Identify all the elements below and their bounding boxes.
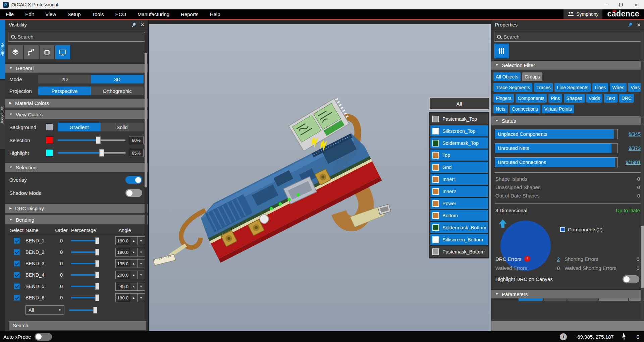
menu-eco[interactable]: ECO: [110, 9, 132, 19]
auto-xprobe-toggle[interactable]: [35, 333, 52, 341]
filter-chip-fingers[interactable]: Fingers: [493, 94, 514, 103]
symphony-button[interactable]: Symphony: [564, 9, 602, 19]
section-selection[interactable]: ▼ Selection: [5, 163, 148, 172]
background-color-swatch[interactable]: [46, 123, 53, 131]
info-icon[interactable]: i: [560, 333, 567, 340]
section-selection-filter[interactable]: ▼ Selection Filter: [491, 60, 644, 70]
mode-3d-button[interactable]: 3D: [91, 75, 144, 83]
overlay-toggle[interactable]: [125, 176, 142, 184]
solid-button[interactable]: Solid: [101, 123, 144, 131]
menu-setup[interactable]: Setup: [62, 9, 86, 19]
layer-row-pastemask-bottom[interactable]: Pastemask_Bottom: [430, 246, 488, 257]
filter-chip-traces[interactable]: Traces: [534, 83, 553, 92]
filter-chip-groups[interactable]: Groups: [522, 72, 542, 81]
filter-chip-nets[interactable]: Nets: [493, 105, 508, 113]
spin-up-icon[interactable]: ▲: [130, 282, 138, 291]
spin-up-icon[interactable]: ▲: [130, 248, 138, 256]
filter-chip-all-objects[interactable]: All Objects: [493, 72, 521, 81]
bend2-checkbox[interactable]: [14, 249, 20, 255]
menu-file[interactable]: File: [0, 9, 19, 19]
maximize-button[interactable]: [613, 0, 629, 9]
components-view-button[interactable]: [40, 45, 54, 59]
bend-angle-value[interactable]: 45.0: [115, 282, 130, 291]
layer-row-silkscreen-bottom[interactable]: Silkscreen_Bottom: [430, 234, 488, 245]
menu-tools[interactable]: Tools: [86, 9, 109, 19]
filter-chip-virtual-points[interactable]: Virtual Points: [542, 105, 574, 113]
filter-chip-lines[interactable]: Lines: [592, 83, 608, 92]
scrollbar-thumb[interactable]: [145, 53, 147, 187]
perspective-button[interactable]: Perspective: [38, 87, 91, 95]
unrouted-nets-link[interactable]: 9/373: [621, 146, 641, 151]
visibility-footer-search[interactable]: Search: [9, 321, 146, 330]
spin-up-icon[interactable]: ▲: [130, 236, 138, 245]
layers-view-button[interactable]: [8, 45, 23, 59]
minimize-button[interactable]: [598, 0, 613, 9]
filter-chip-text[interactable]: Text: [604, 94, 618, 103]
properties-hscroll-area[interactable]: [491, 321, 644, 331]
bend-angle-value[interactable]: 180.0: [115, 293, 130, 302]
mode-2d-button[interactable]: 2D: [38, 75, 91, 83]
properties-scrollbar[interactable]: [641, 32, 644, 320]
filter-chip-pins[interactable]: Pins: [548, 94, 562, 103]
section-status[interactable]: ▼ Status: [491, 116, 644, 125]
filter-chip-drc[interactable]: DRC: [619, 94, 634, 103]
bend5-checkbox[interactable]: [14, 283, 20, 289]
spin-down-icon[interactable]: ▼: [138, 248, 145, 256]
slider-thumb[interactable]: [96, 136, 101, 144]
side-tab-symphony[interactable]: Symphony: [0, 80, 5, 149]
selection-color-swatch[interactable]: [46, 136, 53, 144]
drc-errors-link[interactable]: 2: [546, 256, 560, 262]
spin-down-icon[interactable]: ▼: [138, 259, 145, 268]
filter-chip-vias[interactable]: Vias: [628, 83, 642, 92]
layer-row-bottom[interactable]: Bottom: [430, 210, 488, 221]
layer-row-soldermask-top[interactable]: Soldermask_Top: [430, 137, 488, 149]
layer-row-power[interactable]: Power: [430, 198, 488, 209]
display-view-button[interactable]: [55, 45, 70, 59]
filter-chip-wires[interactable]: Wires: [610, 83, 627, 92]
layer-row-pastemask-top[interactable]: Pastemask_Top: [430, 113, 488, 124]
highlight-drc-toggle[interactable]: [623, 275, 639, 283]
bend-percentage-slider[interactable]: [71, 274, 99, 276]
bend-all-slider[interactable]: [69, 309, 97, 311]
section-material-colors[interactable]: ▶ Material Colors: [5, 98, 148, 108]
spin-down-icon[interactable]: ▼: [138, 282, 145, 291]
menu-help[interactable]: Help: [204, 9, 226, 19]
bend-percentage-slider[interactable]: [71, 263, 99, 264]
layer-row-soldermask-bottom[interactable]: Soldermask_Bottom: [430, 222, 488, 233]
slider-thumb[interactable]: [99, 149, 104, 157]
spin-up-icon[interactable]: ▲: [130, 259, 138, 268]
shadow-mode-toggle[interactable]: [125, 189, 142, 197]
orthographic-button[interactable]: Orthographic: [91, 87, 144, 95]
bend3-checkbox[interactable]: [14, 261, 20, 267]
scrollbar-thumb[interactable]: [641, 226, 644, 288]
close-icon[interactable]: ×: [637, 22, 641, 28]
spin-up-icon[interactable]: ▲: [130, 271, 138, 279]
bend-filter-dropdown[interactable]: All ▼: [25, 305, 64, 315]
section-view-colors[interactable]: ▼ View Colors: [5, 110, 148, 119]
section-bending[interactable]: ▼ Bending: [5, 215, 148, 224]
filter-chip-shapes[interactable]: Shapes: [564, 94, 584, 103]
close-icon[interactable]: ×: [141, 22, 144, 28]
menu-view[interactable]: View: [40, 9, 62, 19]
bend4-checkbox[interactable]: [14, 272, 20, 278]
bend1-checkbox[interactable]: [14, 238, 20, 244]
side-tab-visibility[interactable]: Visibility: [0, 20, 5, 79]
visibility-scrollbar[interactable]: [145, 33, 147, 322]
layer-row-inner2[interactable]: Inner2: [430, 186, 488, 197]
unrouted-connections-link[interactable]: 9/1901: [621, 160, 641, 165]
spin-down-icon[interactable]: ▼: [138, 293, 145, 302]
layer-row-silkscreen-top[interactable]: Silkscreen_Top: [430, 125, 488, 136]
layer-row-top[interactable]: Top: [430, 150, 488, 161]
bend6-checkbox[interactable]: [14, 295, 20, 301]
bend-percentage-slider[interactable]: [71, 240, 99, 241]
highlight-color-swatch[interactable]: [46, 149, 53, 157]
menu-reports[interactable]: Reports: [175, 9, 204, 19]
bend-angle-value[interactable]: 180.0: [115, 248, 130, 256]
unplaced-components-link[interactable]: 6/345: [621, 131, 641, 137]
filter-chip-components[interactable]: Components: [516, 94, 547, 103]
gradient-button[interactable]: Gradient: [58, 123, 101, 131]
filter-chip-line-segments[interactable]: Line Segments: [554, 83, 590, 92]
layer-row-inner1[interactable]: Inner1: [430, 174, 488, 185]
pin-icon[interactable]: [130, 21, 137, 28]
bend-angle-value[interactable]: 200.0: [115, 271, 130, 279]
